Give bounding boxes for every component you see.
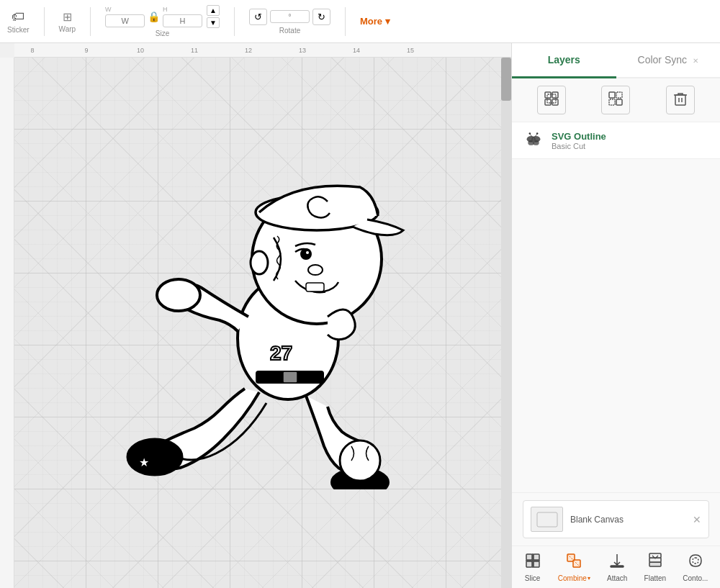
rotate-input[interactable] bbox=[270, 10, 310, 23]
slice-button[interactable]: Slice bbox=[524, 552, 541, 582]
panel-spacer bbox=[512, 159, 720, 492]
tab-layers[interactable]: Layers bbox=[512, 43, 616, 78]
layer-item-icon bbox=[523, 130, 544, 151]
ruler-left bbox=[0, 58, 14, 588]
size-tool: W 🔒 H ▲ ▼ Size bbox=[105, 5, 220, 37]
flatten-button[interactable]: Flatten bbox=[644, 552, 667, 582]
tab-color-sync[interactable]: Color Sync ✕ bbox=[616, 43, 721, 78]
attach-icon bbox=[608, 552, 626, 573]
grid-canvas[interactable]: 27 bbox=[14, 58, 511, 588]
size-down-btn[interactable]: ▼ bbox=[207, 17, 220, 28]
combine-dropdown-arrow: ▾ bbox=[588, 575, 590, 582]
svg-rect-23 bbox=[616, 99, 622, 105]
layer-item-svg-outline[interactable]: SVG Outline Basic Cut bbox=[512, 122, 720, 159]
scrollbar-right[interactable] bbox=[501, 58, 511, 588]
ungroup-button[interactable] bbox=[601, 86, 630, 114]
rotate-ccw-btn[interactable]: ↺ bbox=[249, 9, 267, 25]
panel-tabs: Layers Color Sync ✕ bbox=[512, 43, 720, 78]
divider-4 bbox=[345, 7, 346, 36]
size-w-input[interactable] bbox=[105, 14, 145, 27]
svg-rect-48 bbox=[649, 562, 661, 566]
ruler-top: 8 9 10 11 12 13 14 15 bbox=[14, 43, 511, 58]
svg-text:★: ★ bbox=[139, 456, 149, 469]
canvas-wrapper[interactable]: 27 bbox=[14, 58, 511, 588]
svg-rect-38 bbox=[537, 512, 557, 527]
right-panel: Layers Color Sync ✕ bbox=[511, 43, 720, 588]
svg-rect-19 bbox=[545, 99, 551, 105]
svg-point-9 bbox=[157, 279, 200, 311]
svg-rect-17 bbox=[545, 92, 551, 98]
blank-canvas-close-btn[interactable]: ✕ bbox=[693, 514, 701, 525]
scrollbar-thumb[interactable] bbox=[501, 58, 511, 101]
combine-button[interactable]: Combine ▾ bbox=[558, 552, 590, 582]
svg-rect-11 bbox=[283, 371, 297, 383]
svg-rect-25 bbox=[609, 99, 615, 105]
lock-icon: 🔒 bbox=[148, 11, 160, 22]
slice-icon bbox=[524, 552, 541, 573]
main-toolbar: 🏷 Sticker ⊞ Warp W 🔒 H ▲ ▼ Size ↺ bbox=[0, 0, 720, 43]
svg-point-15 bbox=[340, 440, 380, 481]
warp-tool[interactable]: ⊞ Warp bbox=[59, 10, 76, 33]
main-area: 8 9 10 11 12 13 14 15 bbox=[0, 43, 720, 588]
blank-canvas-section: Blank Canvas ✕ bbox=[512, 492, 720, 546]
contour-icon bbox=[687, 552, 704, 573]
svg-point-5 bbox=[308, 265, 323, 275]
blank-canvas-item[interactable]: Blank Canvas ✕ bbox=[523, 500, 709, 538]
divider-2 bbox=[90, 7, 91, 36]
svg-rect-18 bbox=[552, 92, 558, 98]
rotate-cw-btn[interactable]: ↻ bbox=[312, 9, 330, 25]
svg-rect-24 bbox=[616, 92, 622, 98]
svg-point-4 bbox=[306, 251, 309, 254]
svg-text:27: 27 bbox=[270, 342, 292, 364]
svg-rect-6 bbox=[306, 283, 324, 291]
svg-rect-39 bbox=[526, 554, 532, 560]
drawing-area[interactable]: 27 bbox=[50, 115, 454, 489]
combine-icon bbox=[565, 552, 582, 573]
panel-bottom-toolbar: Slice Combine ▾ bbox=[512, 546, 720, 588]
attach-button[interactable]: Attach bbox=[607, 552, 627, 582]
svg-point-36 bbox=[529, 132, 531, 135]
divider-3 bbox=[234, 7, 235, 36]
svg-point-37 bbox=[536, 132, 539, 135]
svg-point-3 bbox=[300, 248, 312, 260]
blank-canvas-thumb bbox=[531, 507, 563, 532]
rotate-tool: ↺ ↻ Rotate bbox=[249, 9, 330, 35]
layer-info: SVG Outline Basic Cut bbox=[552, 131, 709, 150]
more-button[interactable]: More ▾ bbox=[360, 16, 390, 27]
svg-rect-26 bbox=[675, 95, 685, 105]
canvas-area[interactable]: 8 9 10 11 12 13 14 15 bbox=[0, 43, 511, 588]
size-up-btn[interactable]: ▲ bbox=[207, 5, 220, 16]
svg-rect-21 bbox=[547, 94, 556, 103]
svg-rect-22 bbox=[609, 92, 615, 98]
svg-rect-42 bbox=[534, 561, 539, 567]
panel-toolbar bbox=[512, 78, 720, 122]
svg-point-7 bbox=[251, 251, 268, 274]
svg-rect-40 bbox=[534, 554, 539, 560]
svg-rect-50 bbox=[649, 553, 661, 558]
contour-button[interactable]: Conto... bbox=[683, 552, 708, 582]
flatten-icon bbox=[647, 552, 664, 573]
svg-rect-41 bbox=[526, 561, 532, 567]
sticker-tool[interactable]: 🏷 Sticker bbox=[7, 9, 30, 34]
svg-rect-47 bbox=[611, 566, 624, 567]
color-sync-close[interactable]: ✕ bbox=[693, 57, 698, 65]
svg-point-33 bbox=[532, 137, 534, 144]
group-button[interactable] bbox=[537, 86, 566, 114]
delete-layer-button[interactable] bbox=[666, 86, 695, 114]
svg-rect-20 bbox=[552, 99, 558, 105]
size-h-input[interactable] bbox=[163, 14, 202, 27]
divider-1 bbox=[44, 7, 45, 36]
